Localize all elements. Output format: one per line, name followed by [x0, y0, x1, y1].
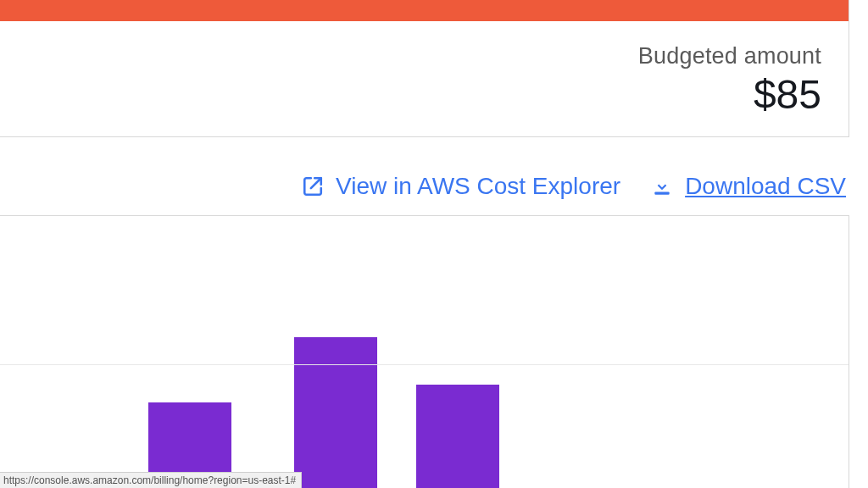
svg-rect-0 — [654, 192, 669, 195]
budgeted-amount-value: $85 — [25, 71, 821, 118]
view-cost-explorer-link[interactable]: View in AWS Cost Explorer — [302, 173, 620, 200]
download-csv-label: Download CSV — [685, 173, 846, 200]
download-csv-link[interactable]: Download CSV — [651, 173, 846, 200]
browser-status-url: https://console.aws.amazon.com/billing/h… — [0, 472, 302, 488]
chart-bar — [416, 385, 499, 488]
alert-bar — [0, 0, 849, 21]
budget-block: Budgeted amount $85 — [0, 21, 849, 136]
budget-card: Budgeted amount $85 — [0, 0, 849, 137]
chart-gridline — [0, 364, 849, 365]
bar-chart — [0, 216, 849, 488]
download-icon — [651, 175, 673, 197]
budgeted-amount-label: Budgeted amount — [25, 43, 821, 69]
cost-chart-card — [0, 215, 849, 488]
view-cost-explorer-label: View in AWS Cost Explorer — [336, 173, 620, 200]
external-link-icon — [302, 175, 324, 197]
chart-bar — [294, 337, 377, 488]
chart-actions-row: View in AWS Cost Explorer Download CSV — [0, 137, 868, 215]
